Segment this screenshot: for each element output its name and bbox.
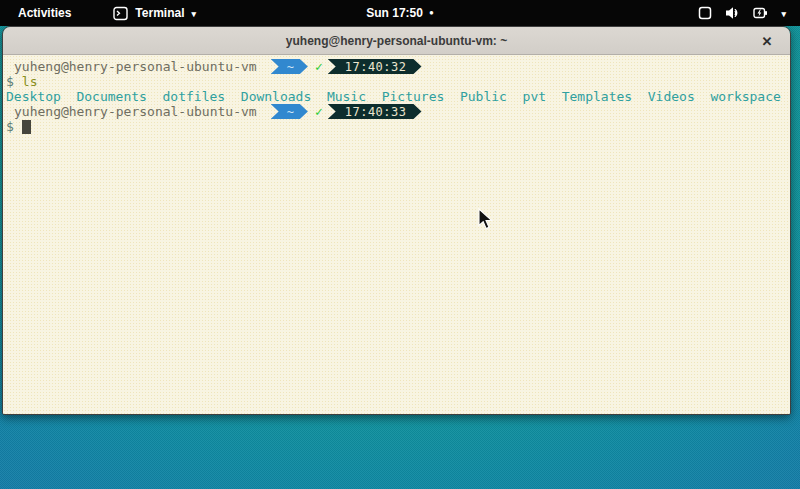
screen-icon	[698, 6, 712, 20]
input-line: $	[6, 119, 790, 134]
close-button[interactable]: ✕	[756, 27, 778, 55]
clock-button[interactable]: Sun 17:50 ●	[366, 0, 434, 26]
prompt-line: yuheng@henry-personal-ubuntu-vm ~ ✓ 17:4…	[6, 59, 790, 74]
terminal-screen[interactable]: yuheng@henry-personal-ubuntu-vm ~ ✓ 17:4…	[3, 55, 790, 414]
text-cursor	[22, 120, 31, 134]
clock-label: Sun 17:50	[366, 6, 423, 20]
status-check-icon: ✓	[315, 104, 323, 119]
typed-command: ls	[22, 74, 38, 89]
prompt-cwd-segment: ~	[271, 59, 308, 74]
prompt-user-host: yuheng@henry-personal-ubuntu-vm	[14, 104, 257, 119]
activities-button[interactable]: Activities	[10, 4, 79, 22]
prompt-cwd-segment: ~	[271, 104, 308, 119]
chevron-down-icon: ▾	[191, 10, 196, 19]
window-title: yuheng@henry-personal-ubuntu-vm: ~	[286, 34, 507, 48]
media-indicator-dot: ●	[429, 9, 434, 17]
prompt-time-segment: 17:40:33	[328, 104, 422, 119]
prompt-time-segment: 17:40:32	[328, 59, 422, 74]
window-titlebar[interactable]: yuheng@henry-personal-ubuntu-vm: ~ ✕	[3, 27, 790, 55]
command-line: $ ls	[6, 74, 790, 89]
system-status-area[interactable]: ▾	[694, 0, 790, 26]
top-bar: Activities Terminal ▾ Sun 17:50 ●	[0, 0, 800, 26]
prompt-symbol: $	[6, 119, 14, 134]
battery-charging-icon	[753, 6, 768, 20]
directory-listing: Desktop Documents dotfiles Downloads Mus…	[6, 89, 781, 104]
volume-icon	[725, 6, 740, 20]
chevron-down-icon: ▾	[781, 10, 786, 19]
prompt-user-host: yuheng@henry-personal-ubuntu-vm	[14, 59, 257, 74]
mouse-cursor	[478, 208, 495, 235]
prompt-line: yuheng@henry-personal-ubuntu-vm ~ ✓ 17:4…	[6, 104, 790, 119]
prompt-symbol: $	[6, 74, 14, 89]
app-menu-button[interactable]: Terminal ▾	[107, 4, 202, 23]
terminal-icon	[113, 6, 128, 21]
ls-output-line: Desktop Documents dotfiles Downloads Mus…	[6, 89, 790, 104]
terminal-window: yuheng@henry-personal-ubuntu-vm: ~ ✕ yuh…	[2, 26, 791, 415]
status-check-icon: ✓	[315, 59, 323, 74]
app-menu-label: Terminal	[135, 6, 184, 20]
